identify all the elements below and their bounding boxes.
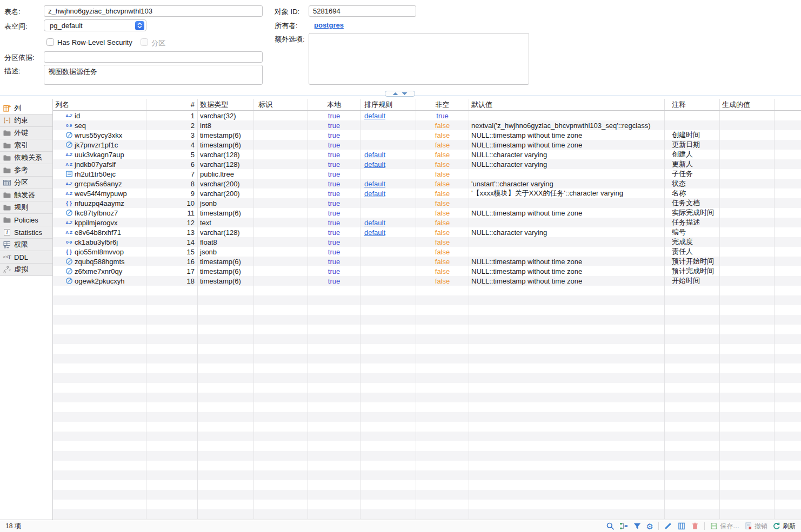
cell-identity[interactable] xyxy=(254,237,308,247)
cell-extra[interactable] xyxy=(775,188,801,198)
collation-link[interactable]: default xyxy=(364,151,385,159)
cell-collation[interactable] xyxy=(361,237,416,247)
cell-type[interactable]: varchar(128) xyxy=(198,150,254,159)
cell-collation[interactable] xyxy=(361,257,416,266)
cell-default[interactable] xyxy=(469,169,665,179)
cell-type[interactable]: timestamp(6) xyxy=(198,266,254,276)
cell-num[interactable]: 13 xyxy=(146,227,198,237)
cell-notnull[interactable]: false xyxy=(416,218,469,227)
column-row-wev54f4mypuwp[interactable]: A-Zwev54f4mypuwp9varchar(200)truedefault… xyxy=(53,188,801,198)
cell-name[interactable]: fkc87tyfbnoz7 xyxy=(53,208,146,218)
gear-button[interactable]: ⚙ xyxy=(646,522,653,530)
cell-identity[interactable] xyxy=(254,198,308,208)
cell-collation[interactable] xyxy=(361,208,416,218)
cell-type[interactable]: timestamp(6) xyxy=(198,257,254,266)
column-header-type[interactable]: 数据类型 xyxy=(198,99,254,110)
cell-name[interactable]: jk7pnvzr1pf1c xyxy=(53,140,146,150)
cell-generated[interactable] xyxy=(720,188,775,198)
tab-参考[interactable]: 参考 xyxy=(0,164,52,177)
trash-button[interactable] xyxy=(691,522,699,530)
cell-extra[interactable] xyxy=(775,169,801,179)
cell-comment[interactable]: 实际完成时间 xyxy=(665,208,720,218)
cell-notnull[interactable]: false xyxy=(416,208,469,218)
cell-num[interactable]: 9 xyxy=(146,188,198,198)
cell-default[interactable]: NULL::character varying xyxy=(469,227,665,237)
cell-generated[interactable] xyxy=(720,237,775,247)
cell-name[interactable]: A-Zgrrcpw5s6anyz xyxy=(53,179,146,188)
cell-extra[interactable] xyxy=(775,247,801,257)
cell-extra[interactable] xyxy=(775,179,801,188)
cell-extra[interactable] xyxy=(775,276,801,286)
cell-generated[interactable] xyxy=(720,179,775,188)
cell-comment[interactable] xyxy=(665,120,720,130)
cell-notnull[interactable]: false xyxy=(416,247,469,257)
cell-num[interactable]: 1 xyxy=(146,111,198,120)
column-header-collation[interactable]: 排序规则 xyxy=(361,99,416,110)
cell-extra[interactable] xyxy=(775,120,801,130)
cell-num[interactable]: 15 xyxy=(146,247,198,257)
cell-default[interactable]: NULL::timestamp without time zone xyxy=(469,130,665,140)
tab-约束[interactable]: 约束 xyxy=(0,115,52,127)
cell-collation[interactable] xyxy=(361,266,416,276)
cell-notnull[interactable]: false xyxy=(416,266,469,276)
column-row-zqubq588hgmts[interactable]: zqubq588hgmts16timestamp(6)truefalseNULL… xyxy=(53,257,801,266)
tab-DDL[interactable]: <>TDDL xyxy=(0,251,52,264)
tab-虚拟[interactable]: 虚拟 xyxy=(0,264,52,276)
cell-generated[interactable] xyxy=(720,169,775,179)
cell-notnull[interactable]: true xyxy=(416,111,469,120)
cell-collation[interactable]: default xyxy=(361,218,416,227)
cell-generated[interactable] xyxy=(720,140,775,150)
collation-link[interactable]: default xyxy=(364,219,385,227)
tab-分区[interactable]: 分区 xyxy=(0,177,52,189)
cell-extra[interactable] xyxy=(775,198,801,208)
panel-collapse-control[interactable] xyxy=(385,91,415,97)
cell-local[interactable]: true xyxy=(308,198,361,208)
cell-local[interactable]: true xyxy=(308,227,361,237)
collation-link[interactable]: default xyxy=(364,190,385,198)
cell-generated[interactable] xyxy=(720,257,775,266)
cell-num[interactable]: 12 xyxy=(146,218,198,227)
cell-local[interactable]: true xyxy=(308,140,361,150)
cell-local[interactable]: true xyxy=(308,237,361,247)
cell-num[interactable]: 10 xyxy=(146,198,198,208)
cell-comment[interactable]: 创建时间 xyxy=(665,130,720,140)
column-row-jndkb07yafslf[interactable]: A-Zjndkb07yafslf6varchar(128)truedefault… xyxy=(53,159,801,169)
cell-name[interactable]: zqubq588hgmts xyxy=(53,257,146,266)
cell-notnull[interactable]: false xyxy=(416,227,469,237)
cell-notnull[interactable]: false xyxy=(416,237,469,247)
tablespace-select[interactable]: pg_default xyxy=(44,19,146,31)
cell-notnull[interactable]: false xyxy=(416,188,469,198)
cell-local[interactable]: true xyxy=(308,276,361,286)
cell-type[interactable]: jsonb xyxy=(198,198,254,208)
column-header-num[interactable]: # xyxy=(146,99,198,110)
cell-comment[interactable]: 更新人 xyxy=(665,159,720,169)
cell-num[interactable]: 2 xyxy=(146,120,198,130)
cell-default[interactable]: '【xxxx模块】关于XXX的任务'::character varying xyxy=(469,188,665,198)
cell-identity[interactable] xyxy=(254,159,308,169)
cell-name[interactable]: { }nfuuzpq4aaymz xyxy=(53,198,146,208)
cell-notnull[interactable]: false xyxy=(416,150,469,159)
cell-type[interactable]: timestamp(6) xyxy=(198,140,254,150)
cell-identity[interactable] xyxy=(254,257,308,266)
cell-num[interactable]: 7 xyxy=(146,169,198,179)
cell-num[interactable]: 17 xyxy=(146,266,198,276)
column-header-notnull[interactable]: 非空 xyxy=(416,99,469,110)
cell-collation[interactable]: default xyxy=(361,188,416,198)
column-row-kppilmjerogvx[interactable]: A-Zkppilmjerogvx12texttruedefaultfalse任务… xyxy=(53,218,801,227)
cell-collation[interactable] xyxy=(361,198,416,208)
cell-comment[interactable]: 预计完成时间 xyxy=(665,266,720,276)
cell-default[interactable]: NULL::timestamp without time zone xyxy=(469,140,665,150)
cell-extra[interactable] xyxy=(775,227,801,237)
cell-collation[interactable]: default xyxy=(361,111,416,120)
column-row-rh2ut1tr50ejc[interactable]: rh2ut1tr50ejc7public.ltreetruefalse子任务 xyxy=(53,169,801,179)
cell-default[interactable] xyxy=(469,247,665,257)
cell-type[interactable]: varchar(200) xyxy=(198,188,254,198)
cell-collation[interactable] xyxy=(361,120,416,130)
cell-generated[interactable] xyxy=(720,218,775,227)
cell-name[interactable]: A-Ze8v64b8rxhf71 xyxy=(53,227,146,237)
cell-type[interactable]: varchar(32) xyxy=(198,111,254,120)
cell-default[interactable]: NULL::timestamp without time zone xyxy=(469,276,665,286)
cell-num[interactable]: 3 xyxy=(146,130,198,140)
column-row-ogewk2pkucxyh[interactable]: ogewk2pkucxyh18timestamp(6)truefalseNULL… xyxy=(53,276,801,286)
cell-collation[interactable] xyxy=(361,276,416,286)
